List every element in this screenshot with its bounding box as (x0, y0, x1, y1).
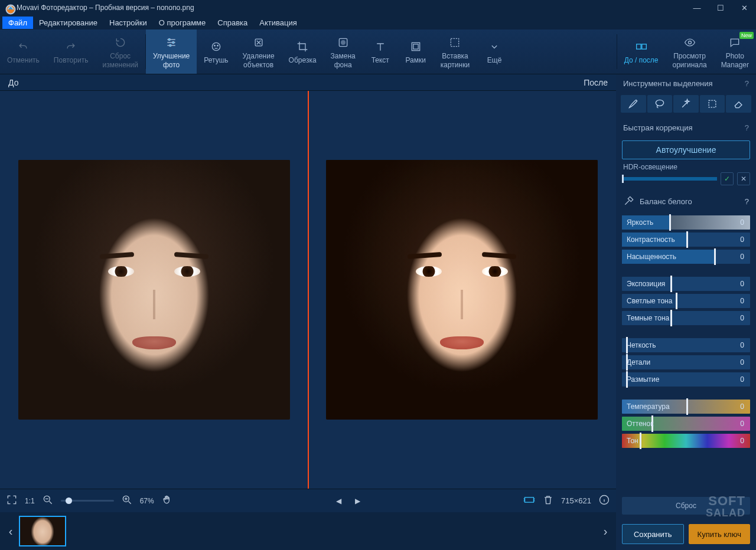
after-label: После (308, 74, 617, 90)
before-after-button[interactable]: До / после (617, 30, 666, 74)
menu-settings[interactable]: Настройки (103, 17, 153, 29)
chevron-down-icon (488, 40, 500, 54)
thumb-prev[interactable]: ‹ (5, 525, 17, 538)
text-icon (374, 40, 386, 54)
svg-point-5 (214, 45, 216, 47)
crop-button[interactable]: Обрезка (282, 30, 324, 74)
wand-tool[interactable] (673, 95, 699, 113)
slider-contrast[interactable]: Контрастность0 (622, 233, 750, 247)
new-badge: New (739, 32, 754, 39)
thumbnail-strip: ‹ › (0, 512, 616, 550)
frames-button[interactable]: Рамки (398, 30, 434, 74)
slider-hue[interactable]: Тон0 (622, 434, 750, 448)
help-icon[interactable]: ? (745, 79, 749, 88)
svg-rect-14 (641, 44, 646, 49)
enhance-photo-button[interactable]: Улучшение фото (146, 30, 197, 74)
slider-shadows[interactable]: Темные тона0 (622, 311, 750, 325)
close-button[interactable]: ✕ (732, 0, 756, 15)
zoom-slider[interactable] (61, 500, 114, 502)
svg-point-4 (212, 43, 220, 51)
info-icon[interactable] (598, 494, 610, 508)
undo-icon (17, 40, 29, 54)
auto-enhance-button[interactable]: Автоулучшение (622, 140, 750, 159)
insert-image-button[interactable]: Вставка картинки (434, 30, 477, 74)
wb-title: Баланс белого (640, 197, 692, 206)
svg-rect-18 (525, 497, 534, 502)
buy-key-button[interactable]: Купить ключ (689, 524, 751, 544)
frame-icon (410, 40, 422, 54)
retouch-button[interactable]: Ретушь (197, 30, 235, 74)
main-toolbar: Отменить Повторить Сброс изменений Улучш… (0, 30, 756, 74)
svg-point-3 (170, 44, 171, 46)
zoom-out-icon[interactable] (42, 494, 54, 508)
bottom-bar: 1:1 67% ◀ ▶ 715×621 (0, 489, 616, 512)
marquee-tool[interactable] (700, 95, 725, 113)
menu-about[interactable]: О программе (153, 17, 212, 29)
reset-button[interactable]: Сброс (622, 497, 750, 515)
viewport[interactable] (0, 91, 616, 489)
hdr-slider[interactable] (622, 177, 717, 181)
compare-divider[interactable] (308, 91, 309, 489)
erase-tool[interactable] (726, 95, 751, 113)
compare-icon (636, 40, 647, 54)
svg-point-20 (656, 100, 663, 106)
undo-button[interactable]: Отменить (0, 30, 47, 74)
svg-rect-12 (451, 38, 459, 46)
fit-icon[interactable] (523, 494, 535, 508)
slider-brightness[interactable]: Яркость0 (622, 215, 750, 230)
eraser-icon (253, 35, 265, 50)
fullscreen-icon[interactable] (6, 494, 18, 508)
photo-manager-button[interactable]: NewPhoto Manager (714, 30, 756, 74)
brush-tool[interactable] (621, 95, 646, 113)
more-button[interactable]: Ещё (477, 30, 512, 74)
svg-point-6 (217, 45, 219, 47)
maximize-button[interactable]: ☐ (709, 0, 732, 15)
menu-file[interactable]: Файл (2, 17, 33, 29)
slider-saturation[interactable]: Насыщенность0 (622, 250, 750, 264)
hdr-apply[interactable]: ✓ (721, 172, 734, 185)
adjustments-panel: Инструменты выделения? Быстрая коррекция… (616, 74, 756, 550)
redo-button[interactable]: Повторить (47, 30, 96, 74)
after-image (326, 160, 598, 420)
minimize-button[interactable]: — (685, 0, 709, 15)
lasso-tool[interactable] (647, 95, 673, 113)
menu-edit[interactable]: Редактирование (33, 17, 103, 29)
ratio-label[interactable]: 1:1 (25, 497, 35, 505)
slider-tint[interactable]: Оттенок0 (622, 417, 750, 431)
hand-icon[interactable] (161, 494, 173, 508)
help-icon[interactable]: ? (745, 123, 749, 132)
face-icon (210, 40, 222, 54)
next-icon[interactable]: ▶ (351, 497, 363, 505)
svg-point-1 (168, 38, 170, 40)
reset-changes-button[interactable]: Сброс изменений (95, 30, 145, 74)
object-removal-button[interactable]: Удаление объектов (236, 30, 282, 74)
window-title: Movavi Фоторедактор – Пробная версия – n… (17, 4, 685, 12)
svg-point-15 (688, 41, 691, 44)
crop-icon (296, 40, 308, 54)
before-image (18, 160, 290, 420)
zoom-in-icon[interactable] (121, 494, 133, 508)
svg-point-9 (341, 41, 345, 45)
eyedropper-icon[interactable] (623, 195, 635, 208)
slider-highlights[interactable]: Светлые тона0 (622, 294, 750, 308)
help-icon[interactable]: ? (745, 197, 749, 206)
slider-temperature[interactable]: Температура0 (622, 400, 750, 414)
slider-details[interactable]: Детали0 (622, 355, 750, 369)
menu-help[interactable]: Справка (211, 17, 253, 29)
prev-icon[interactable]: ◀ (333, 497, 344, 505)
slider-exposure[interactable]: Экспозиция0 (622, 277, 750, 291)
svg-rect-11 (413, 44, 418, 49)
slider-blur[interactable]: Размытие0 (622, 372, 750, 387)
slider-sharpness[interactable]: Четкость0 (622, 338, 750, 352)
thumbnail[interactable] (19, 516, 66, 546)
text-button[interactable]: Текст (363, 30, 398, 74)
menu-activate[interactable]: Активация (253, 17, 302, 29)
selection-tools-title: Инструменты выделения (623, 79, 713, 88)
thumb-next[interactable]: › (599, 525, 611, 538)
save-button[interactable]: Сохранить (622, 524, 684, 544)
trash-icon[interactable] (542, 494, 554, 508)
dimensions-label: 715×621 (561, 496, 591, 505)
hdr-cancel[interactable]: ✕ (737, 172, 750, 185)
background-swap-button[interactable]: Замена фона (324, 30, 363, 74)
view-original-button[interactable]: Просмотр оригинала (666, 30, 714, 74)
